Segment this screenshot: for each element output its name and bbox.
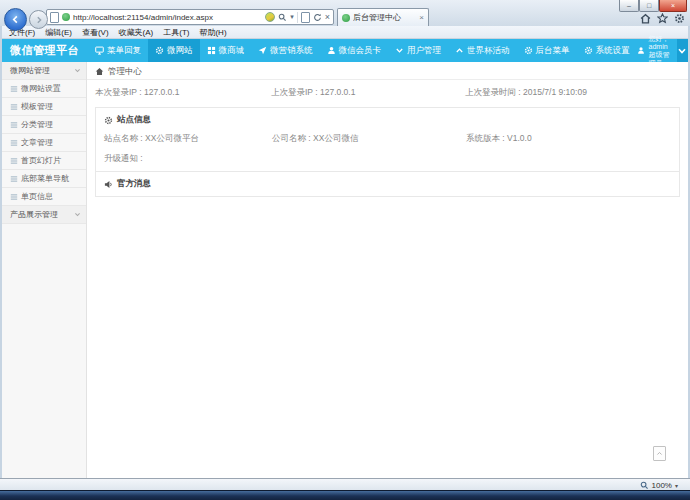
tab-favicon <box>342 14 350 22</box>
site-info-fields: 站点名称 : XX公司微平台 公司名称 : XX公司微信 系统版本 : V1.0… <box>104 133 671 145</box>
menu-edit[interactable]: 编辑(E) <box>40 27 77 38</box>
menu-favorites[interactable]: 收藏夹(A) <box>114 27 159 38</box>
menu-tools[interactable]: 工具(T) <box>158 27 194 38</box>
maximize-button[interactable]: □ <box>639 0 659 12</box>
nav-item-system-settings[interactable]: 系统设置 <box>577 39 637 62</box>
last-login-ip: 上次登录IP : 127.0.0.1 <box>271 87 465 99</box>
chevron-down-icon <box>395 46 404 55</box>
compat-page-icon[interactable] <box>301 12 310 23</box>
nav-item-micro-mall[interactable]: 微商城 <box>200 39 252 62</box>
plane-icon <box>258 46 267 55</box>
back-to-top-icon[interactable] <box>653 446 666 461</box>
tab-close-icon[interactable]: × <box>419 14 424 22</box>
chevron-down-icon <box>74 67 81 74</box>
sidebar-item-home-slides[interactable]: 首页幻灯片 <box>2 152 86 170</box>
chevron-down-icon <box>677 46 687 56</box>
chevron-down-icon <box>74 211 81 218</box>
login-info-row: 本次登录IP : 127.0.0.1 上次登录IP : 127.0.0.1 上次… <box>87 80 688 105</box>
nav-item-backend-menu[interactable]: 后台菜单 <box>517 39 577 62</box>
menu-view[interactable]: 查看(V) <box>77 27 114 38</box>
system-version-field: 系统版本 : V1.0.0 <box>466 133 671 145</box>
arrow-right-icon <box>35 16 43 24</box>
forward-button[interactable] <box>29 10 48 29</box>
window-controls: – □ × <box>619 0 687 12</box>
nav-item-user-management[interactable]: 用户管理 <box>388 39 448 62</box>
browser-tab[interactable]: 后台管理中心 × <box>337 8 429 26</box>
page-title: 管理中心 <box>108 66 142 78</box>
speaker-icon <box>104 180 113 189</box>
list-icon <box>10 157 18 165</box>
sidebar-group-product-display[interactable]: 产品展示管理 <box>2 206 86 224</box>
sidebar-item-template-management[interactable]: 模板管理 <box>2 98 86 116</box>
nav-item-worldcup-activity[interactable]: 世界杯活动 <box>448 39 517 62</box>
address-bar[interactable]: http://localhost:21154/admin/index.aspx … <box>46 9 334 25</box>
app-navbar: 微信管理平台 菜单回复 微网站 微商城 微营销系统 微信会员卡 用户管理 <box>2 39 688 62</box>
nav-item-member-card[interactable]: 微信会员卡 <box>320 39 389 62</box>
current-login-ip: 本次登录IP : 127.0.0.1 <box>95 87 271 99</box>
home-icon[interactable] <box>640 13 651 24</box>
nav-item-menu-reply[interactable]: 菜单回复 <box>88 39 148 62</box>
company-name-field: 公司名称 : XX公司微信 <box>272 133 466 145</box>
windows-taskbar[interactable] <box>0 490 690 500</box>
navbar-collapse-button[interactable] <box>677 39 688 62</box>
sidebar-item-category-management[interactable]: 分类管理 <box>2 116 86 134</box>
sidebar-item-site-settings[interactable]: 微网站设置 <box>2 80 86 98</box>
list-icon <box>10 103 18 111</box>
search-dropdown-icon[interactable]: ▾ <box>290 13 294 21</box>
menu-help[interactable]: 帮助(H) <box>194 27 231 38</box>
tab-title: 后台管理中心 <box>353 12 416 23</box>
nav-item-micro-site[interactable]: 微网站 <box>148 39 200 62</box>
site-name-field: 站点名称 : XX公司微平台 <box>104 133 272 145</box>
sidebar-group-micro-site[interactable]: 微网站管理 <box>2 62 86 80</box>
arrow-left-icon <box>11 15 20 24</box>
zoom-level: 100% <box>652 481 672 490</box>
tools-gear-icon[interactable] <box>674 13 685 24</box>
page-viewport: 微网站管理 微网站设置 模板管理 分类管理 文章管理 首页幻灯片 <box>2 62 688 487</box>
grid-icon <box>207 46 216 55</box>
minimize-button[interactable]: – <box>619 0 639 12</box>
monitor-icon <box>95 46 104 55</box>
official-news-header: 官方消息 <box>104 178 671 190</box>
gear-icon <box>584 46 593 55</box>
nav-item-marketing-system[interactable]: 微营销系统 <box>251 39 320 62</box>
last-login-time: 上次登录时间 : 2015/7/1 9:10:09 <box>465 87 680 99</box>
user-menu[interactable]: 您好 , admin 超级管理员 <box>637 39 677 62</box>
zoom-control[interactable]: 100% ▾ <box>636 480 682 491</box>
brand-title: 微信管理平台 <box>2 39 88 62</box>
site-info-header: 站点信息 <box>104 114 671 126</box>
gear-icon <box>104 116 113 125</box>
favorites-star-icon[interactable] <box>657 13 668 24</box>
sidebar: 微网站管理 微网站设置 模板管理 分类管理 文章管理 首页幻灯片 <box>2 62 87 487</box>
sidebar-item-article-management[interactable]: 文章管理 <box>2 134 86 152</box>
compat-view-icon[interactable] <box>265 12 275 22</box>
sidebar-item-single-page-info[interactable]: 单页信息 <box>2 188 86 206</box>
upgrade-notice: 升级通知 : <box>104 153 671 165</box>
page-icon <box>50 12 59 23</box>
list-icon <box>10 139 18 147</box>
close-button[interactable]: × <box>659 0 687 12</box>
user-icon <box>327 46 336 55</box>
avatar-icon <box>637 44 645 57</box>
chevron-up-icon <box>455 46 464 55</box>
user-greeting: 您好 , admin <box>649 35 668 50</box>
menu-bar: 文件(F) 编辑(E) 查看(V) 收藏夹(A) 工具(T) 帮助(H) <box>2 26 688 39</box>
back-button[interactable] <box>4 8 27 31</box>
main-content: 管理中心 本次登录IP : 127.0.0.1 上次登录IP : 127.0.0… <box>87 62 688 487</box>
site-favicon <box>62 13 70 21</box>
stop-icon[interactable]: × <box>325 12 330 22</box>
list-icon <box>10 85 18 93</box>
browser-window: – □ × http://localhost:21154/admin/index… <box>0 0 690 500</box>
search-icon[interactable] <box>278 13 287 22</box>
home-icon <box>95 67 104 76</box>
list-icon <box>10 193 18 201</box>
refresh-icon[interactable] <box>313 13 322 22</box>
arrow-up-icon <box>656 450 663 457</box>
gear-icon <box>524 46 533 55</box>
list-icon <box>10 121 18 129</box>
zoom-dropdown-icon[interactable]: ▾ <box>675 482 678 489</box>
gear-icon <box>155 46 164 55</box>
magnifier-icon <box>640 481 649 490</box>
breadcrumb: 管理中心 <box>87 62 688 80</box>
site-info-box: 站点信息 站点名称 : XX公司微平台 公司名称 : XX公司微信 系统版本 :… <box>95 107 680 197</box>
sidebar-item-footer-menu-nav[interactable]: 底部菜单导航 <box>2 170 86 188</box>
